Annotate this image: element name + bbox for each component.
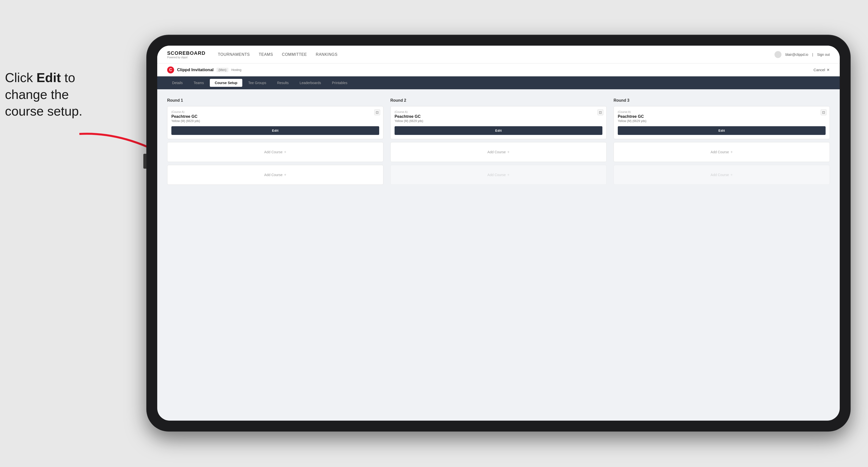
round-2-course-label: (Course A) [395, 111, 602, 113]
side-button [143, 154, 146, 169]
nav-committee[interactable]: COMMITTEE [282, 52, 307, 57]
user-avatar [775, 51, 781, 58]
round-3-plus-icon-2: + [731, 173, 733, 177]
round-3-course-card: ⊡ (Course A) Peachtree GC Yellow (M) (66… [614, 106, 830, 139]
round-3-course-name: Peachtree GC [618, 114, 826, 119]
round-3-add-course-text-2: Add Course + [711, 173, 733, 177]
tablet-screen: SCOREBOARD Powered by clippd TOURNAMENTS… [157, 45, 840, 421]
nav-right: blair@clippd.io | Sign out [775, 51, 830, 58]
tab-teams[interactable]: Teams [189, 79, 209, 87]
sub-header: C Clippd Invitational (Men) Hosting Canc… [157, 63, 840, 76]
round-2-plus-icon-2: + [507, 173, 509, 177]
round-2-add-course-1[interactable]: Add Course + [390, 142, 607, 162]
tournament-name: Clippd Invitational [177, 67, 214, 72]
brand: SCOREBOARD Powered by clippd [167, 50, 205, 59]
main-content: Round 1 ⊡ (Course A) Peachtree GC Yellow… [157, 89, 840, 421]
round-3-add-course-2: Add Course + [614, 165, 830, 185]
round-3-delete-button[interactable]: ⊡ [820, 110, 827, 115]
round-1-add-course-text-2: Add Course + [264, 173, 286, 177]
tab-printables[interactable]: Printables [327, 79, 352, 87]
tab-results[interactable]: Results [272, 79, 293, 87]
instruction-text: Click Edit tochange thecourse setup. [5, 69, 82, 120]
round-3-course-label: (Course A) [618, 111, 826, 113]
tabs-bar: Details Teams Course Setup Tee Groups Re… [157, 76, 840, 89]
nav-teams[interactable]: TEAMS [259, 52, 273, 57]
hosting-badge: Hosting [231, 68, 242, 72]
round-3-column: Round 3 ⊡ (Course A) Peachtree GC Yellow… [614, 98, 830, 188]
brand-sub: Powered by clippd [167, 56, 205, 59]
rounds-grid: Round 1 ⊡ (Course A) Peachtree GC Yellow… [167, 98, 830, 188]
round-3-title: Round 3 [614, 98, 830, 103]
tournament-info: C Clippd Invitational (Men) Hosting [167, 66, 241, 73]
user-email: blair@clippd.io [785, 53, 808, 57]
round-2-add-course-text-1: Add Course + [487, 150, 509, 154]
tab-details[interactable]: Details [167, 79, 188, 87]
instruction-prefix: Click [5, 70, 36, 85]
top-nav: SCOREBOARD Powered by clippd TOURNAMENTS… [157, 45, 840, 63]
nav-separator: | [812, 53, 813, 57]
round-3-add-course-text-1: Add Course + [711, 150, 733, 154]
gender-badge: (Men) [217, 68, 228, 72]
instruction-bold: Edit [36, 70, 61, 85]
sign-out-link[interactable]: Sign out [817, 53, 830, 57]
round-2-delete-button[interactable]: ⊡ [597, 110, 603, 115]
round-2-title: Round 2 [390, 98, 607, 103]
clippd-logo: C [167, 66, 174, 73]
cancel-icon: ✕ [827, 68, 830, 72]
round-2-plus-icon-1: + [507, 150, 509, 154]
round-2-course-details: Yellow (M) (6629 yds) [395, 119, 602, 123]
round-3-add-course-1[interactable]: Add Course + [614, 142, 830, 162]
round-2-edit-button[interactable]: Edit [395, 126, 602, 135]
round-3-edit-button[interactable]: Edit [618, 126, 826, 135]
round-1-plus-icon-1: + [284, 150, 286, 154]
app-wrapper: SCOREBOARD Powered by clippd TOURNAMENTS… [157, 45, 840, 421]
round-2-add-course-2: Add Course + [390, 165, 607, 185]
round-1-plus-icon-2: + [284, 173, 286, 177]
nav-links: TOURNAMENTS TEAMS COMMITTEE RANKINGS [218, 52, 774, 57]
nav-tournaments[interactable]: TOURNAMENTS [218, 52, 250, 57]
round-2-course-name: Peachtree GC [395, 114, 602, 119]
round-1-add-course-1[interactable]: Add Course + [167, 142, 383, 162]
brand-name: SCOREBOARD [167, 50, 205, 56]
round-1-edit-button[interactable]: Edit [172, 126, 379, 135]
round-2-add-course-text-2: Add Course + [487, 173, 509, 177]
round-1-add-course-2[interactable]: Add Course + [167, 165, 383, 185]
round-1-column: Round 1 ⊡ (Course A) Peachtree GC Yellow… [167, 98, 383, 188]
round-1-course-details: Yellow (M) (6629 yds) [172, 119, 379, 123]
tab-course-setup[interactable]: Course Setup [210, 79, 242, 87]
round-1-delete-button[interactable]: ⊡ [374, 110, 380, 115]
round-1-course-card: ⊡ (Course A) Peachtree GC Yellow (M) (66… [167, 106, 383, 139]
round-2-column: Round 2 ⊡ (Course A) Peachtree GC Yellow… [390, 98, 607, 188]
round-1-add-course-text-1: Add Course + [264, 150, 286, 154]
round-3-plus-icon-1: + [731, 150, 733, 154]
round-1-course-label: (Course A) [172, 111, 379, 113]
round-1-course-name: Peachtree GC [172, 114, 379, 119]
cancel-button[interactable]: Cancel ✕ [813, 68, 830, 72]
tab-leaderboards[interactable]: Leaderboards [294, 79, 326, 87]
tab-tee-groups[interactable]: Tee Groups [243, 79, 271, 87]
round-1-title: Round 1 [167, 98, 383, 103]
cancel-label: Cancel [813, 68, 825, 72]
round-2-course-card: ⊡ (Course A) Peachtree GC Yellow (M) (66… [390, 106, 607, 139]
round-3-course-details: Yellow (M) (6629 yds) [618, 119, 826, 123]
nav-rankings[interactable]: RANKINGS [316, 52, 338, 57]
tablet-device: SCOREBOARD Powered by clippd TOURNAMENTS… [146, 35, 850, 432]
